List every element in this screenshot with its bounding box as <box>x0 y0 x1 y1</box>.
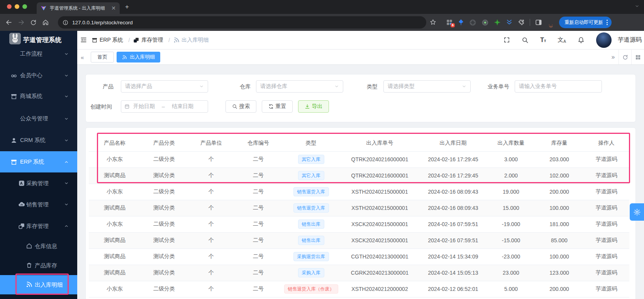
quantity-cell: 5.000 <box>487 281 535 297</box>
sidebar-item-12[interactable]: 出入库明细 <box>0 275 77 294</box>
column-header[interactable]: 出入库数量 <box>487 135 535 151</box>
tags-layout-icon[interactable] <box>631 50 644 64</box>
bizno-input[interactable]: 请输入业务单号 <box>515 80 602 93</box>
sidebar-item-2[interactable]: 会员中心 <box>0 65 77 86</box>
unit-cell: 个 <box>188 265 235 281</box>
bizno-label: 业务单号 <box>475 80 509 93</box>
sidebar-item-10[interactable]: 仓库信息 <box>0 236 77 256</box>
table-row[interactable]: 小东东二级分类个二号销售退货入库（作废）XSTH2024021200000220… <box>89 281 629 297</box>
sidebar-item-5[interactable]: CRM 系统 <box>0 130 77 151</box>
date-cell: 2024-02-16 07:59:51 <box>419 216 487 232</box>
sidebar-item-4[interactable]: 公众号管理 <box>0 108 77 129</box>
address-bar[interactable]: 127.0.0.1/erp/stock/record <box>58 16 426 29</box>
column-header[interactable]: 出入库日期 <box>419 135 487 151</box>
reload-button[interactable] <box>30 19 37 26</box>
column-header[interactable]: 库存量 <box>535 135 583 151</box>
table-row[interactable]: 测试商品测试分类个二号采购入库CGRK202402130000012024-02… <box>89 265 629 281</box>
sidebar-item-label: 会员中心 <box>20 72 42 79</box>
table-row[interactable]: 小东东二级分类个二号销售出库XSCK202402150000012024-02-… <box>89 216 629 232</box>
warehouse-select[interactable]: 请选择仓库 <box>256 80 343 93</box>
chrome-update-button[interactable]: 重新启动即可更新 <box>559 17 612 28</box>
column-header[interactable]: 产品分类 <box>141 135 188 151</box>
type-cell: 其它入库 <box>282 151 340 167</box>
tab-close-icon[interactable]: ✕ <box>110 5 117 11</box>
type-select[interactable]: 请选择类型 <box>383 80 471 93</box>
column-header[interactable]: 产品名称 <box>89 135 141 151</box>
extension-green-dot-icon[interactable] <box>481 19 489 26</box>
breadcrumb-item-2[interactable]: 库存管理/ <box>133 37 173 44</box>
table-row[interactable]: 小东东二级分类个二号销售退货入库XSTH202402150000012024-0… <box>89 184 629 200</box>
tab-stock-record[interactable]: 出入库明细 <box>117 52 160 63</box>
column-header[interactable]: 类型 <box>282 135 340 151</box>
table-row[interactable]: 测试商品测试分类个二号其它入库QTRK202402160000012024-02… <box>89 167 629 184</box>
export-button[interactable]: 导出 <box>298 100 329 113</box>
site-info-icon[interactable] <box>63 20 68 25</box>
back-button[interactable] <box>5 19 12 26</box>
extension-kite-icon[interactable] <box>458 19 464 26</box>
notification-bell-icon[interactable] <box>578 37 585 44</box>
warehouse-cell: 二号 <box>235 216 282 232</box>
table-row[interactable]: 测试商品测试分类个二号销售出库XSCK202402150000012024-02… <box>89 232 629 248</box>
tags-refresh-icon[interactable] <box>619 50 631 64</box>
new-tab-button[interactable]: + <box>125 4 129 10</box>
column-header[interactable]: 仓库编号 <box>235 135 282 151</box>
settings-gear-button[interactable] <box>630 203 644 221</box>
forward-button[interactable] <box>18 19 25 26</box>
type-tag: 销售退货入库（作废） <box>284 284 338 294</box>
sidebar-item-3[interactable]: 商城系统 <box>0 86 77 107</box>
breadcrumb-item-1[interactable]: ERP 系统/ <box>92 37 133 44</box>
quantity-cell: -23.000 <box>487 248 535 265</box>
table-row[interactable]: 小东东二级分类个二号其它入库QTRK202402160000012024-02-… <box>89 151 629 167</box>
table-row[interactable]: 测试商品测试分类个二号采购退货出库CGTH202402130000012024-… <box>89 248 629 265</box>
extension-green-star-icon[interactable] <box>494 19 501 26</box>
extension-monkey-icon[interactable]: 6 <box>446 19 453 26</box>
fullscreen-icon[interactable] <box>503 37 510 43</box>
unit-cell: 个 <box>188 248 235 265</box>
browser-menu-icon[interactable] <box>607 20 608 25</box>
column-header[interactable]: 出入库单号 <box>340 135 419 151</box>
bookmark-star-icon[interactable] <box>430 19 436 25</box>
sidebar-item-8[interactable]: 销售管理 <box>0 194 77 215</box>
sidebar-item-7[interactable]: 采购管理 <box>0 173 77 194</box>
window-controls[interactable] <box>7 4 27 9</box>
font-size-icon[interactable]: Tт <box>540 37 546 44</box>
tab-home[interactable]: 首页 <box>91 52 114 63</box>
user-avatar[interactable] <box>596 32 612 48</box>
sidebar-item-6[interactable]: ERP 系统 <box>0 151 77 172</box>
extension-dark-circle-icon[interactable] <box>469 19 476 26</box>
mall-icon <box>10 93 17 100</box>
sidebar-item-label: 商城系统 <box>20 93 42 100</box>
reset-button[interactable]: 重置 <box>262 100 293 113</box>
translate-icon[interactable]: 文A <box>558 36 566 44</box>
collapse-menu-icon[interactable] <box>80 37 87 43</box>
sidebar-item-9[interactable]: 库存管理 <box>0 216 77 236</box>
user-icon <box>10 137 17 144</box>
unit-cell: 个 <box>188 200 235 216</box>
username[interactable]: 芋道源码 <box>618 36 642 44</box>
chevron-down-icon <box>64 94 69 99</box>
date-range-picker[interactable]: 开始日期 – 结束日期 <box>121 100 208 113</box>
column-header[interactable]: 产品单位 <box>188 135 235 151</box>
minimize-window-button[interactable] <box>15 4 19 9</box>
product-select[interactable]: 请选择产品 <box>121 80 208 93</box>
close-window-button[interactable] <box>7 4 12 9</box>
tags-scroll-right-icon[interactable]: » <box>608 50 619 64</box>
search-icon[interactable] <box>522 37 529 44</box>
side-panel-icon[interactable] <box>535 19 542 26</box>
extension-vue-devtools-icon[interactable] <box>506 19 513 25</box>
extensions-puzzle-icon[interactable] <box>518 19 525 26</box>
warehouse-cell: 二号 <box>235 184 282 200</box>
tags-scroll-left-icon[interactable]: « <box>81 54 84 61</box>
table-row[interactable]: 测试商品测试分类个二号销售退货入库XSTH202402150000012024-… <box>89 200 629 216</box>
sidebar-item-11[interactable]: 产品库存 <box>0 256 77 275</box>
search-button[interactable]: 搜索 <box>225 100 256 113</box>
warehouse-cell: 二号 <box>235 151 282 167</box>
product-label: 产品 <box>86 80 114 93</box>
window-chevron-icon[interactable] <box>635 4 639 8</box>
maximize-window-button[interactable] <box>22 4 27 9</box>
column-header[interactable]: 操作人 <box>583 135 629 151</box>
browser-tab[interactable]: 芋道管理系统 - 出入库明细 ✕ <box>37 2 120 14</box>
home-button[interactable] <box>42 19 49 26</box>
operator-cell: 芋道源码 <box>583 232 629 248</box>
operator-cell: 芋道源码 <box>583 200 629 216</box>
